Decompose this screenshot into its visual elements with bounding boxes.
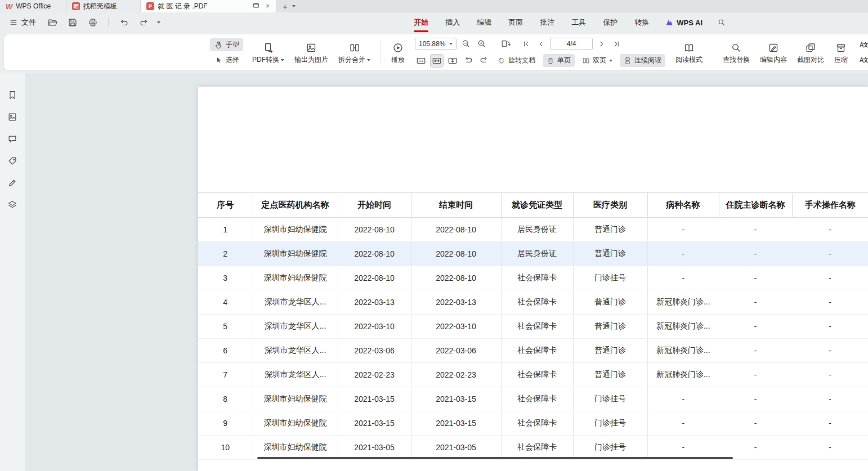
wps-ai-icon — [665, 18, 674, 27]
print-button[interactable] — [86, 16, 100, 29]
tab-document[interactable]: P 就 医 记 录 .PDF × — [141, 0, 277, 12]
table-cell: 2021-03-15 — [338, 411, 411, 436]
redo-button[interactable] — [137, 16, 151, 29]
select-tool-button[interactable]: 选择 — [210, 53, 243, 66]
detach-window-icon[interactable] — [251, 2, 261, 11]
table-cell: 社会保障卡 — [501, 411, 573, 436]
table-cell: - — [719, 363, 792, 387]
rotate-left-icon — [463, 56, 473, 66]
signature-icon[interactable] — [7, 178, 17, 188]
rotate-left-button[interactable] — [462, 55, 475, 67]
table-cell: 2022-08-10 — [411, 242, 501, 266]
pdf-convert-button[interactable]: PDF转换 — [248, 39, 289, 66]
bookmarks-icon[interactable] — [7, 90, 17, 100]
single-page-button[interactable]: 单页 — [543, 54, 575, 67]
close-tab-icon[interactable]: × — [265, 2, 271, 10]
table-cell: 10 — [198, 436, 253, 460]
double-page-button[interactable]: 双页 — [578, 54, 616, 67]
file-menu-button[interactable]: 文件 — [6, 15, 39, 30]
edit-content-button[interactable]: 编辑内容 — [755, 39, 791, 66]
table-cell: 社会保障卡 — [501, 436, 573, 460]
continuous-read-button[interactable]: 连续阅读 — [620, 54, 665, 67]
tab-wps-home[interactable]: W WPS Office — [0, 0, 66, 12]
double-page-chevron-icon — [609, 60, 612, 62]
menu-item-1[interactable]: 插入 — [444, 12, 461, 33]
menu-item-7[interactable]: 转换 — [633, 12, 650, 33]
hand-tool-label: 手型 — [226, 40, 239, 50]
export-image-button[interactable]: 输出为图片 — [290, 39, 333, 66]
menu-item-4[interactable]: 批注 — [539, 12, 556, 33]
folder-open-icon — [47, 17, 57, 28]
table-cell: - — [719, 290, 792, 315]
table-header-row: 序号定点医药机构名称开始时间结束时间就诊凭证类型医疗类别病种名称住院主诊断名称手… — [198, 193, 868, 218]
zoom-in-button[interactable] — [476, 38, 488, 50]
menu-item-6[interactable]: 保护 — [602, 12, 619, 33]
screenshot-compare-label: 截图对比 — [797, 55, 824, 65]
undo-history-chevron-icon[interactable] — [157, 21, 160, 24]
save-button[interactable] — [65, 16, 80, 29]
pdf-convert-label: PDF转换 — [252, 55, 279, 65]
hamburger-icon — [9, 18, 18, 27]
new-tab-button[interactable]: + — [283, 2, 288, 11]
table-cell: 普通门诊 — [573, 339, 647, 363]
prev-page-button[interactable] — [535, 38, 547, 50]
menu-item-5[interactable]: 工具 — [570, 12, 587, 33]
split-merge-button[interactable]: 拆分合并 — [334, 39, 375, 66]
zoom-chevron-icon — [449, 43, 453, 45]
compress-button[interactable]: 压缩 — [830, 39, 852, 66]
table-cell: 新冠肺炎门诊... — [647, 363, 719, 387]
actual-size-button[interactable]: 1:1 — [415, 55, 427, 67]
tab-document-label: 就 医 记 录 .PDF — [158, 2, 208, 11]
continuous-read-label: 连续阅读 — [634, 56, 661, 65]
open-file-button[interactable] — [45, 16, 60, 29]
full-translation-button[interactable]: A文 全文翻译 — [856, 38, 868, 51]
screenshot-compare-button[interactable]: 截图对比 — [793, 39, 829, 66]
fit-width-button[interactable] — [431, 55, 443, 67]
find-replace-button[interactable]: 查找替换 — [718, 39, 754, 66]
comments-icon[interactable] — [7, 134, 17, 144]
menu-item-2[interactable]: 编辑 — [476, 12, 493, 33]
menu-item-0[interactable]: 开始 — [413, 12, 429, 33]
hand-tool-button[interactable]: 手型 — [210, 38, 243, 51]
pdf-page: 序号定点医药机构名称开始时间结束时间就诊凭证类型医疗类别病种名称住院主诊断名称手… — [198, 87, 868, 471]
zoom-select[interactable]: 105.88% — [415, 38, 457, 50]
read-mode-button[interactable]: 阅读模式 — [671, 39, 707, 66]
table-cell: 社会保障卡 — [501, 290, 573, 315]
table-cell: - — [647, 436, 719, 460]
play-button[interactable]: 播放 — [387, 39, 409, 66]
column-header: 结束时间 — [411, 193, 501, 218]
table-cell: 社会保障卡 — [501, 315, 573, 339]
svg-text:1:1: 1:1 — [419, 60, 423, 62]
table-cell: 2021-03-15 — [338, 387, 411, 411]
first-page-button[interactable] — [521, 38, 532, 50]
table-cell: - — [719, 266, 792, 290]
table-cell: 深圳市妇幼保健院 — [253, 436, 338, 460]
rotate-right-button[interactable] — [478, 55, 490, 67]
undo-button[interactable] — [117, 16, 131, 29]
word-translation-button[interactable]: A文 划词翻译 — [856, 53, 868, 66]
tab-docer-templates[interactable]: 稻 找稻壳模板 — [66, 0, 141, 12]
thumbnails-icon[interactable] — [7, 112, 17, 122]
table-cell: 社会保障卡 — [501, 363, 573, 387]
compress-label: 压缩 — [834, 55, 848, 65]
wps-ai-button[interactable]: WPS AI — [665, 18, 703, 27]
rotate-right-icon — [479, 56, 489, 66]
fit-page-button[interactable] — [446, 55, 459, 67]
tab-list-chevron-icon[interactable] — [292, 5, 296, 7]
menubar-separator — [108, 18, 109, 27]
page-number-input[interactable] — [550, 38, 593, 50]
zoom-out-button[interactable] — [460, 38, 472, 50]
page-jump-button[interactable] — [499, 38, 512, 50]
search-icon[interactable] — [717, 18, 726, 27]
layers-icon[interactable] — [7, 200, 17, 210]
table-cell: 2022-02-23 — [338, 363, 411, 387]
next-page-button[interactable] — [596, 38, 607, 50]
attachments-icon[interactable] — [7, 156, 17, 166]
rotate-doc-button[interactable]: 旋转文档 — [494, 54, 539, 67]
last-page-button[interactable] — [611, 38, 622, 50]
menu-item-3[interactable]: 页面 — [507, 12, 524, 33]
table-cell: 5 — [198, 315, 253, 339]
print-icon — [88, 17, 98, 28]
document-area[interactable]: 序号定点医药机构名称开始时间结束时间就诊凭证类型医疗类别病种名称住院主诊断名称手… — [25, 73, 868, 471]
next-page-icon — [597, 39, 606, 48]
